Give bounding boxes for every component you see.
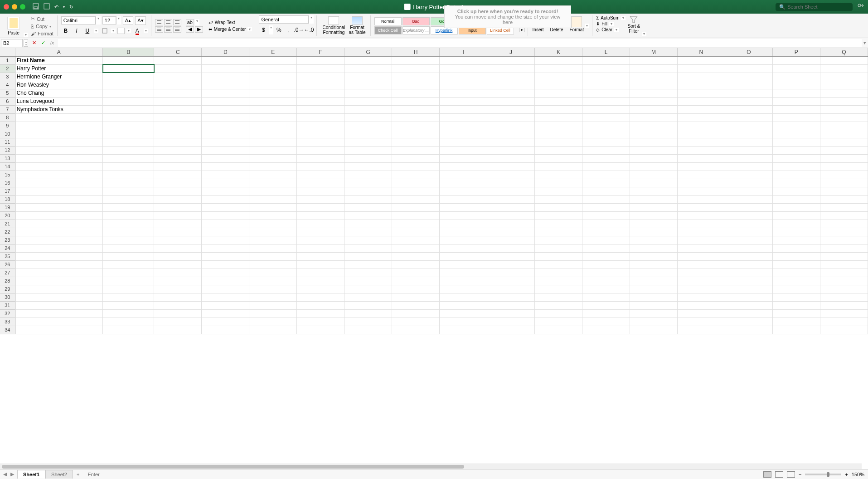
fill-dropdown[interactable]: ▾ — [609, 22, 614, 26]
align-right-button[interactable] — [173, 26, 181, 33]
sort-filter-button[interactable]: Sort & Filter — [626, 15, 642, 36]
merge-label: Merge & Center — [214, 27, 246, 32]
style-normal[interactable]: Normal — [374, 17, 402, 25]
autosum-button[interactable]: ΣAutoSum▾ — [596, 15, 626, 20]
style-explanatory[interactable]: Explanatory ... — [402, 26, 430, 34]
italic-button[interactable]: I — [72, 26, 81, 35]
ft-label2: as Table — [349, 30, 365, 35]
autosum-label: AutoSum — [601, 15, 619, 20]
wrap-text-button[interactable]: ⮐Wrap Text — [209, 20, 252, 25]
align-center-button[interactable] — [164, 26, 172, 33]
window-controls — [4, 4, 25, 10]
save-as-icon[interactable] — [44, 3, 50, 10]
scissors-icon: ✂ — [31, 16, 35, 22]
cut-button[interactable]: ✂Cut — [30, 15, 54, 22]
name-box-spinner[interactable]: ▴▾ — [24, 39, 28, 47]
fill-button[interactable]: ⬇Fill▾ — [596, 21, 626, 26]
align-top-button[interactable] — [155, 19, 163, 25]
font-size-dropdown[interactable]: ▾ — [116, 16, 121, 24]
align-left-button[interactable] — [155, 26, 163, 33]
number-format-dropdown[interactable]: ▾ — [309, 15, 314, 24]
align-middle-button[interactable] — [164, 19, 172, 25]
style-check-cell[interactable]: Check Cell — [374, 26, 402, 34]
copy-button[interactable]: ⎘Copy▾ — [30, 23, 54, 29]
undo-icon[interactable]: ↶ — [54, 4, 58, 10]
merge-center-button[interactable]: ⬌Merge & Center▾ — [209, 27, 252, 32]
increase-indent-button[interactable]: ▶ — [195, 26, 203, 33]
font-color-button[interactable]: A — [133, 26, 142, 35]
font-color-dropdown[interactable]: ▾ — [144, 29, 148, 33]
fill-color-dropdown[interactable]: ▾ — [126, 29, 131, 33]
merge-dropdown[interactable]: ▾ — [247, 27, 252, 31]
enter-formula-button[interactable]: ✓ — [39, 40, 47, 46]
expand-formula-bar[interactable]: ▾ — [862, 40, 868, 46]
tooltip-line2: You can move and change the size of your… — [450, 14, 565, 25]
fill-label: Fill — [601, 21, 607, 26]
alignment-group: ab▾ ◀ ▶ ⮐Wrap Text ⬌Merge & Center▾ — [152, 15, 256, 36]
percent-button[interactable]: % — [274, 25, 283, 34]
titlebar: ↶ ▾ ↻ Harry Potter Data-1 🔍 — [0, 0, 868, 14]
format-painter-button[interactable]: 🖌Format — [30, 30, 54, 37]
formula-input[interactable] — [58, 39, 862, 47]
copy-dropdown-icon[interactable]: ▾ — [49, 24, 51, 29]
font-size-select[interactable]: 12 — [102, 16, 116, 24]
orientation-dropdown[interactable]: ▾ — [195, 19, 199, 25]
format-as-table-button[interactable]: Format as Table — [347, 15, 367, 36]
sort-dropdown[interactable]: ▾ — [642, 32, 646, 36]
tooltip-line1: Click up here when you're ready to recor… — [450, 9, 565, 14]
format-dropdown[interactable]: ▾ — [585, 24, 589, 28]
redo-icon[interactable]: ↻ — [69, 4, 73, 10]
save-icon[interactable] — [33, 3, 39, 10]
number-format-select[interactable]: General — [259, 15, 309, 24]
decrease-decimal-button[interactable]: ←.0 — [304, 25, 313, 34]
fx-button[interactable]: fx — [48, 40, 56, 46]
clear-button[interactable]: ◇Clear▾ — [596, 27, 626, 32]
comma-button[interactable]: , — [284, 25, 293, 34]
border-button[interactable] — [100, 26, 109, 35]
increase-decimal-button[interactable]: .0→ — [294, 25, 303, 34]
minimize-window-button[interactable] — [12, 4, 17, 10]
eraser-icon: ◇ — [596, 27, 600, 32]
ribbon: Paste ▾ ✂Cut ⎘Copy▾ 🖌Format Calibri▾ 12▾… — [0, 14, 868, 38]
orientation-button[interactable]: ab — [186, 19, 194, 25]
border-dropdown[interactable]: ▾ — [111, 29, 116, 33]
underline-dropdown[interactable]: ▾ — [94, 29, 98, 33]
ft-label1: Format — [350, 25, 364, 30]
format-cells-label: Format — [569, 27, 584, 32]
search-sheet-box[interactable]: 🔍 — [776, 3, 853, 11]
merge-icon: ⬌ — [209, 27, 212, 32]
autosum-dropdown[interactable]: ▾ — [621, 16, 626, 20]
close-window-button[interactable] — [4, 4, 9, 10]
svg-rect-4 — [102, 29, 107, 33]
record-tooltip: Click up here when you're ready to recor… — [444, 5, 571, 28]
share-icon[interactable] — [857, 3, 864, 10]
decrease-indent-button[interactable]: ◀ — [186, 26, 194, 33]
style-bad[interactable]: Bad — [402, 17, 430, 25]
copy-label: Copy — [36, 24, 48, 29]
fill-color-button[interactable] — [117, 28, 125, 34]
undo-dropdown-icon[interactable]: ▾ — [63, 5, 65, 9]
conditional-formatting-button[interactable]: Conditional Formatting — [320, 15, 347, 36]
name-box[interactable] — [1, 39, 23, 47]
cf-label2: Formatting — [323, 30, 345, 35]
format-label: Format — [38, 31, 53, 36]
font-name-dropdown[interactable]: ▾ — [96, 16, 101, 24]
shrink-font-button[interactable]: A▾ — [135, 16, 145, 25]
wrap-label: Wrap Text — [215, 20, 235, 25]
grow-font-button[interactable]: A▴ — [123, 16, 133, 25]
bold-button[interactable]: B — [61, 26, 70, 35]
font-name-select[interactable]: Calibri — [61, 16, 96, 24]
underline-button[interactable]: U — [83, 26, 92, 35]
maximize-window-button[interactable] — [20, 4, 25, 10]
clear-dropdown[interactable]: ▾ — [614, 28, 619, 32]
currency-dropdown[interactable]: ▾ — [269, 25, 273, 34]
paste-button[interactable]: Paste — [5, 16, 22, 36]
cancel-formula-button[interactable]: ✕ — [30, 40, 38, 46]
align-bottom-button[interactable] — [173, 19, 181, 25]
currency-button[interactable]: $ — [259, 25, 268, 34]
search-input[interactable] — [787, 4, 849, 10]
paste-dropdown[interactable]: ▾ — [24, 33, 28, 37]
clear-label: Clear — [601, 27, 612, 32]
formula-bar: ▴▾ ✕ ✓ fx ▾ — [0, 38, 868, 48]
svg-point-3 — [858, 4, 861, 7]
